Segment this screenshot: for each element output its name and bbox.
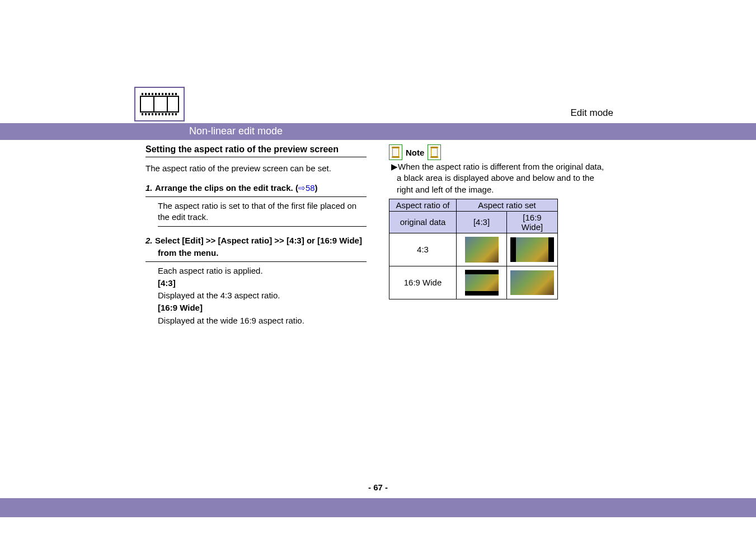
svg-rect-17 [152, 113, 153, 115]
svg-rect-23 [172, 113, 173, 115]
aspect-ratio-table: Aspect ratio of Aspect ratio set origina… [389, 199, 558, 299]
subcol-16-9: [16:9 Wide] [507, 211, 558, 233]
step-2-title: Select [Edit] >> [Aspect ratio] >> [4:3]… [155, 236, 362, 257]
bullet-arrow-icon: ▶ [391, 162, 398, 171]
table-row: 4:3 [389, 233, 558, 266]
table-subheader-row: original data [4:3] [16:9 Wide] [389, 211, 558, 233]
right-column: Note ▶When the aspect ratio is different… [389, 144, 610, 338]
table-header-row: Aspect ratio of Aspect ratio set [389, 199, 558, 211]
link-close: ) [315, 183, 318, 193]
film-canister-icon [428, 144, 441, 160]
note-label: Note [406, 148, 424, 157]
svg-rect-1 [154, 96, 167, 112]
section-band: Non-linear edit mode [0, 123, 756, 140]
thumb-16-9-at-4-3 [457, 266, 507, 299]
svg-rect-14 [142, 113, 143, 115]
svg-rect-18 [155, 113, 157, 115]
link-arrow-icon: ⇨ [298, 183, 306, 193]
step-2-heading: 2. Select [Edit] >> [Aspect ratio] >> [4… [145, 235, 367, 261]
svg-rect-24 [175, 113, 177, 115]
left-column: Setting the aspect ratio of the preview … [145, 144, 367, 338]
step-1-title: Arrange the clips on the edit track. [155, 183, 295, 193]
section-title: Setting the aspect ratio of the preview … [145, 144, 367, 157]
option-16-9-desc: Displayed at the wide 16:9 aspect ratio. [158, 315, 367, 326]
film-strip-icon [134, 87, 185, 121]
svg-rect-15 [145, 113, 147, 115]
svg-rect-7 [155, 93, 157, 95]
row-16-9-label: 16:9 Wide [389, 266, 457, 299]
row-4-3-label: 4:3 [389, 233, 457, 266]
step-1-desc: The aspect ratio is set to that of the f… [158, 200, 367, 227]
svg-rect-9 [162, 93, 163, 95]
link-page-number: 58 [306, 183, 315, 193]
svg-rect-3 [142, 93, 143, 95]
col-original-header: Aspect ratio of [389, 199, 457, 211]
step-2-desc: Each aspect ratio is applied. [4:3] Disp… [158, 265, 367, 330]
option-4-3-desc: Displayed at the 4:3 aspect ratio. [158, 290, 367, 301]
svg-rect-10 [165, 93, 167, 95]
step-1-number: 1. [145, 183, 153, 193]
svg-rect-21 [165, 113, 167, 115]
svg-rect-8 [158, 93, 160, 95]
thumb-16-9-at-16-9 [507, 266, 558, 299]
section-band-label: Non-linear edit mode [189, 125, 283, 137]
note-heading: Note [389, 144, 610, 160]
option-4-3-label: [4:3] [158, 278, 367, 289]
page-number: - 67 - [0, 483, 756, 492]
svg-rect-0 [140, 96, 154, 112]
svg-rect-19 [158, 113, 160, 115]
svg-rect-4 [145, 93, 147, 95]
film-canister-icon [389, 144, 402, 160]
svg-rect-6 [152, 93, 153, 95]
thumb-4-3-at-16-9 [507, 233, 558, 266]
svg-rect-20 [162, 113, 163, 115]
svg-rect-5 [148, 93, 150, 95]
svg-rect-12 [172, 93, 173, 95]
note-text: ▶When the aspect ratio is different from… [389, 161, 610, 195]
col-set-header: Aspect ratio set [457, 199, 558, 211]
intro-text: The aspect ratio of the preview screen c… [145, 163, 367, 174]
svg-rect-16 [148, 113, 150, 115]
svg-rect-22 [168, 113, 170, 115]
step-2-number: 2. [145, 236, 153, 245]
edit-mode-label: Edit mode [570, 107, 613, 119]
svg-rect-13 [175, 93, 177, 95]
table-row: 16:9 Wide [389, 266, 558, 299]
svg-rect-11 [168, 93, 170, 95]
note-body: When the aspect ratio is different from … [397, 162, 604, 194]
footer-band [0, 498, 756, 517]
step-1-heading: 1. Arrange the clips on the edit track. … [145, 182, 367, 197]
subcol-4-3: [4:3] [457, 211, 507, 233]
step-2-line1: Each aspect ratio is applied. [158, 265, 367, 277]
option-16-9-label: [16:9 Wide] [158, 302, 367, 313]
svg-rect-2 [167, 96, 179, 112]
col-original-header-line2: original data [389, 211, 457, 233]
thumb-4-3-at-4-3 [457, 233, 507, 266]
page-58-link[interactable]: ⇨58 [298, 183, 315, 193]
